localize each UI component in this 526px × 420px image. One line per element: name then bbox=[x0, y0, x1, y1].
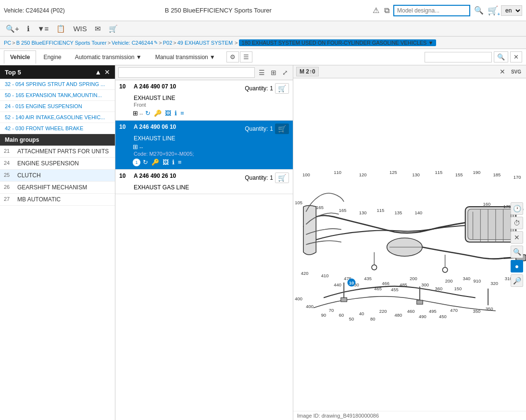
diagram-area: M 2↑0 ✕ SVG bbox=[293, 65, 526, 420]
parts-grid-icon[interactable]: ⊞ bbox=[269, 68, 278, 77]
top5-item-1[interactable]: 50 - 165 EXPANSION TANK,MOUNTIN... bbox=[0, 90, 115, 101]
zoom-in-icon[interactable]: 🔍+ bbox=[4, 24, 21, 34]
top5-close-btn[interactable]: ✕ bbox=[104, 68, 110, 76]
part-item-1[interactable]: 10 A 246 490 06 10 Quantity: 1 🛒 EXHAUST… bbox=[115, 121, 293, 170]
info-icon[interactable]: ℹ bbox=[25, 24, 32, 34]
diagram-side-tools: 🕐 ⏱ ✕ 🔍 ● 🔎 bbox=[511, 202, 523, 287]
group-item-21[interactable]: 21 ATTACHMENT PARTS FOR UNITS bbox=[0, 146, 115, 158]
tabs-search-btn[interactable]: 🔍 bbox=[494, 51, 508, 62]
group-item-27[interactable]: 27 MB AUTOMATIC bbox=[0, 194, 115, 206]
part-1-info-icon[interactable]: ℹ bbox=[171, 158, 175, 166]
part-0-info-icon[interactable]: ℹ bbox=[174, 109, 178, 117]
model-name: B 250 BlueEFFICIENCY Sports Tourer bbox=[69, 7, 368, 14]
part-0-refresh-icon[interactable]: ↻ bbox=[144, 109, 151, 117]
top5-item-4[interactable]: 42 - 030 FRONT WHEEL BRAKE bbox=[0, 123, 115, 134]
part-0-cart-btn[interactable]: 🛒 bbox=[275, 83, 289, 94]
header-bar: Vehicle: C246244 (P02) B 250 BlueEFFICIE… bbox=[0, 0, 526, 21]
tab-vehicle[interactable]: Vehicle bbox=[4, 50, 36, 64]
breadcrumb-pc[interactable]: PC bbox=[4, 40, 11, 46]
breadcrumb-model[interactable]: B 250 BlueEFFICIENCY Sports Tourer bbox=[16, 40, 107, 46]
svg-text:910: 910 bbox=[474, 278, 481, 284]
part-0-key-icon[interactable]: 🔑 bbox=[153, 109, 163, 117]
part-item-0[interactable]: 10 A 246 490 07 10 Quantity: 1 🛒 EXHAUST… bbox=[115, 80, 293, 121]
group-item-25[interactable]: 25 CLUTCH bbox=[0, 170, 115, 182]
diagram-svg-btn[interactable]: SVG bbox=[509, 67, 523, 76]
part-1-cart-btn[interactable]: 🛒 bbox=[275, 124, 289, 134]
tabs-search-area: 🔍 ✕ bbox=[425, 51, 522, 62]
parts-search-input[interactable] bbox=[118, 67, 255, 78]
filter-icon[interactable]: ▼≡ bbox=[36, 24, 51, 34]
part-2-cart-btn[interactable]: 🛒 bbox=[275, 173, 289, 183]
diag-zoom-in-icon[interactable]: 🔍 bbox=[511, 246, 523, 258]
groups-list: 21 ATTACHMENT PARTS FOR UNITS 24 ENGINE … bbox=[0, 146, 115, 206]
top5-item-0[interactable]: 32 - 054 SPRING STRUT AND SPRING ... bbox=[0, 79, 115, 90]
svg-text:120: 120 bbox=[359, 172, 367, 177]
svg-rect-77 bbox=[417, 300, 423, 304]
diagram-header: M 2↑0 ✕ SVG bbox=[293, 65, 526, 78]
part-item-2[interactable]: 10 A 246 490 26 10 Quantity: 1 🛒 EXHAUST… bbox=[115, 170, 293, 194]
svg-text:130: 130 bbox=[412, 172, 420, 177]
breadcrumb-vehicle[interactable]: Vehicle: C246244 bbox=[112, 40, 153, 46]
part-1-key-icon[interactable]: 🔑 bbox=[150, 158, 160, 166]
part-1-refresh-icon[interactable]: ↻ bbox=[142, 158, 149, 166]
tab-manual-transmission[interactable]: Manual transmission ▼ bbox=[149, 50, 222, 63]
model-search-input[interactable] bbox=[393, 5, 470, 16]
diag-zoom-out-icon[interactable]: 🔎 bbox=[511, 274, 523, 287]
group-item-24[interactable]: 24 ENGINE SUSPENSION bbox=[0, 158, 115, 170]
part-1-more-icon[interactable]: ≡ bbox=[177, 158, 183, 166]
group-item-26[interactable]: 26 GEARSHIFT MECHANISM bbox=[0, 182, 115, 194]
svg-text:470: 470 bbox=[450, 308, 458, 313]
breadcrumb-p02[interactable]: P02 bbox=[163, 40, 173, 46]
tabs-close-btn[interactable]: ✕ bbox=[510, 51, 522, 62]
parts-list-icon[interactable]: ☰ bbox=[257, 68, 267, 77]
svg-text:150: 150 bbox=[454, 286, 462, 291]
diag-close-icon[interactable]: ✕ bbox=[511, 231, 523, 244]
part-0-more-icon[interactable]: ≡ bbox=[179, 109, 185, 117]
svg-text:80: 80 bbox=[370, 316, 376, 321]
svg-text:115: 115 bbox=[377, 208, 385, 213]
cart-button[interactable]: 🛒+ bbox=[488, 5, 498, 16]
svg-text:200: 200 bbox=[410, 276, 417, 281]
header-search-icon[interactable]: 🔍 bbox=[473, 5, 485, 16]
breadcrumb-exhaust[interactable]: 49 EXHAUST SYSTEM bbox=[177, 40, 233, 46]
svg-text:155: 155 bbox=[455, 172, 463, 177]
tab-icon-1[interactable]: ⚙ bbox=[226, 51, 239, 62]
svg-text:495: 495 bbox=[429, 309, 437, 314]
svg-text:320: 320 bbox=[490, 281, 498, 286]
diagram-label: M 2↑0 bbox=[296, 67, 319, 76]
svg-text:490: 490 bbox=[419, 314, 426, 319]
part-1-grid-icon[interactable]: ⊞ bbox=[133, 143, 138, 150]
diag-clock-icon[interactable]: 🕐 bbox=[511, 202, 523, 215]
top5-collapse-btn[interactable]: ▲ bbox=[95, 68, 101, 76]
breadcrumb-sub-dropdown[interactable]: 180 EXHAUST SYSTEM USED ON FOUR-CYLINDER… bbox=[239, 39, 437, 46]
top5-item-3[interactable]: 52 - 140 AIR INTAKE,GASOLINE VEHIC... bbox=[0, 112, 115, 123]
diagram-close-btn[interactable]: ✕ bbox=[498, 67, 507, 76]
warning-icon[interactable]: ⚠ bbox=[372, 5, 380, 16]
part-1-image-icon[interactable]: 🖼 bbox=[162, 158, 170, 166]
tabs-search-input[interactable] bbox=[425, 52, 492, 62]
tab-icon-2[interactable]: ☰ bbox=[240, 51, 252, 62]
breadcrumb-edit-icon[interactable]: ✎ bbox=[154, 40, 158, 45]
catalog-icon[interactable]: 📋 bbox=[54, 24, 67, 34]
svg-text:100: 100 bbox=[302, 172, 310, 177]
tab-automatic-transmission[interactable]: Automatic transmission ▼ bbox=[69, 50, 148, 63]
diag-dot-icon[interactable]: ● bbox=[511, 260, 523, 272]
svg-text:420: 420 bbox=[301, 271, 309, 276]
wis-icon[interactable]: WIS bbox=[71, 24, 88, 34]
toolbar-cart-icon[interactable]: 🛒 bbox=[107, 24, 120, 34]
main-area: Top 5 ▲ ✕ 32 - 054 SPRING STRUT AND SPRI… bbox=[0, 65, 526, 420]
parts-list: 10 A 246 490 07 10 Quantity: 1 🛒 EXHAUST… bbox=[115, 80, 293, 420]
diagram-canvas: 100 110 120 125 130 115 155 190 185 170 … bbox=[293, 78, 526, 411]
part-0-grid-icon[interactable]: ⊞ bbox=[133, 110, 138, 117]
parts-expand-icon[interactable]: ⤢ bbox=[280, 68, 290, 77]
part-0-image-icon[interactable]: 🖼 bbox=[164, 109, 172, 117]
copy-icon[interactable]: ⧉ bbox=[383, 5, 390, 16]
email-icon[interactable]: ✉ bbox=[93, 24, 103, 34]
top5-item-2[interactable]: 24 - 015 ENGINE SUSPENSION bbox=[0, 101, 115, 112]
tab-engine[interactable]: Engine bbox=[37, 50, 67, 63]
diag-time-icon[interactable]: ⏱ bbox=[511, 217, 523, 229]
top5-header: Top 5 ▲ ✕ bbox=[0, 65, 115, 79]
svg-text:360: 360 bbox=[435, 286, 443, 291]
svg-text:10: 10 bbox=[349, 280, 354, 285]
language-select[interactable]: en bbox=[501, 5, 522, 16]
